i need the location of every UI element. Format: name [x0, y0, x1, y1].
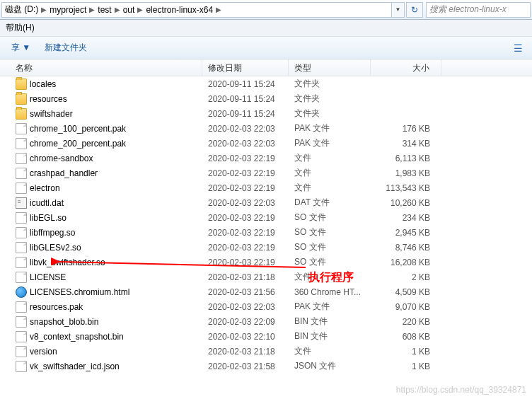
- file-row[interactable]: snapshot_blob.bin2020-02-03 22:09BIN 文件2…: [0, 314, 532, 329]
- file-name: libEGL.so: [30, 213, 66, 223]
- column-header-size[interactable]: 大小: [371, 59, 441, 76]
- share-button[interactable]: 享 ▼: [6, 39, 36, 57]
- file-type: 360 Chrome HT...: [289, 286, 371, 299]
- file-date: 2020-02-03 22:10: [202, 330, 289, 343]
- history-dropdown[interactable]: ▼: [392, 2, 405, 18]
- file-name: libGLESv2.so: [30, 243, 81, 253]
- file-date: 2020-02-03 21:56: [202, 286, 289, 299]
- file-icon: [16, 331, 27, 342]
- file-row[interactable]: vk_swiftshader_icd.json2020-02-03 21:58J…: [0, 359, 532, 374]
- file-type: BIN 文件: [289, 314, 371, 329]
- chevron-right-icon: ▶: [38, 6, 50, 13]
- file-row[interactable]: version2020-02-03 21:18文件1 KB: [0, 344, 532, 359]
- file-name: v8_context_snapshot.bin: [30, 332, 124, 342]
- view-options-button[interactable]: ☰: [509, 40, 526, 57]
- file-row[interactable]: crashpad_handler2020-02-03 22:19文件1,983 …: [0, 166, 532, 180]
- new-folder-button[interactable]: 新建文件夹: [39, 39, 93, 57]
- toolbar: 享 ▼ 新建文件夹 ☰: [0, 37, 532, 59]
- file-size: [371, 112, 441, 115]
- column-header-type[interactable]: 类型: [289, 59, 371, 76]
- file-size: 113,543 KB: [371, 182, 441, 195]
- file-icon: [16, 316, 27, 328]
- file-size: 16,208 KB: [371, 256, 441, 269]
- refresh-button[interactable]: ↻: [406, 2, 423, 18]
- file-size: 4,509 KB: [371, 286, 441, 299]
- file-name: version: [30, 347, 57, 357]
- chevron-right-icon: ▶: [213, 6, 224, 13]
- column-header-date[interactable]: 修改日期: [202, 59, 289, 76]
- file-date: 2020-02-03 21:58: [202, 360, 289, 373]
- file-type: SO 文件: [289, 210, 371, 225]
- file-row[interactable]: electron2020-02-03 22:19文件113,543 KB: [0, 180, 532, 195]
- breadcrumb[interactable]: 磁盘 (D:) ▶ myproject ▶ test ▶ out ▶ elect…: [1, 2, 392, 18]
- file-row[interactable]: resources2020-09-11 15:24文件夹: [0, 91, 532, 106]
- file-date: 2020-02-03 21:18: [202, 345, 289, 358]
- file-list: locales2020-09-11 15:24文件夹resources2020-…: [0, 76, 532, 374]
- file-type: 文件夹: [289, 91, 371, 106]
- html-icon: [16, 287, 27, 298]
- file-icon: [16, 257, 27, 268]
- breadcrumb-segment[interactable]: out: [123, 5, 135, 15]
- file-size: 234 KB: [371, 212, 441, 224]
- file-row[interactable]: LICENSES.chromium.html2020-02-03 21:5636…: [0, 284, 532, 299]
- column-headers: 名称 修改日期 类型 大小: [0, 59, 532, 76]
- breadcrumb-segment[interactable]: myproject: [50, 5, 86, 15]
- file-row[interactable]: locales2020-09-11 15:24文件夹: [0, 76, 532, 91]
- file-type: 文件: [289, 180, 371, 195]
- file-icon: [16, 153, 27, 164]
- view-icon: ☰: [514, 42, 523, 54]
- file-size: 176 KB: [371, 122, 441, 135]
- file-icon: [16, 183, 27, 194]
- file-name: resources: [30, 94, 67, 104]
- file-date: 2020-02-03 22:19: [202, 167, 289, 180]
- file-date: 2020-02-03 22:19: [202, 182, 289, 195]
- column-header-name[interactable]: 名称: [0, 59, 202, 76]
- file-date: 2020-02-03 22:03: [202, 301, 289, 313]
- file-row[interactable]: libEGL.so2020-02-03 22:19SO 文件234 KB: [0, 210, 532, 225]
- folder-icon: [16, 108, 27, 120]
- file-icon: [16, 346, 27, 357]
- file-row[interactable]: libvk_swiftshader.so2020-02-03 22:19SO 文…: [0, 255, 532, 270]
- folder-icon: [16, 79, 27, 90]
- file-icon: [16, 242, 27, 253]
- file-date: 2020-02-03 22:03: [202, 137, 289, 150]
- file-name: vk_swiftshader_icd.json: [30, 362, 120, 371]
- file-type: JSON 文件: [289, 359, 371, 374]
- menu-help[interactable]: 帮助(H): [6, 22, 35, 34]
- search-input[interactable]: 搜索 electron-linux-x: [426, 2, 531, 18]
- file-type: PAK 文件: [289, 299, 371, 314]
- file-row[interactable]: icudtl.dat2020-02-03 22:03DAT 文件10,260 K…: [0, 195, 532, 210]
- file-icon: [16, 301, 27, 313]
- file-row[interactable]: chrome_200_percent.pak2020-02-03 22:03PA…: [0, 136, 532, 151]
- file-size: 1 KB: [371, 345, 441, 358]
- file-name: icudtl.dat: [30, 198, 64, 208]
- file-row[interactable]: v8_context_snapshot.bin2020-02-03 22:10B…: [0, 329, 532, 344]
- chevron-right-icon: ▶: [86, 6, 98, 13]
- file-row[interactable]: libGLESv2.so2020-02-03 22:19SO 文件8,746 K…: [0, 240, 532, 255]
- file-date: 2020-02-03 21:18: [202, 271, 289, 284]
- file-type: 文件: [289, 151, 371, 166]
- file-row[interactable]: chrome-sandbox2020-02-03 22:19文件6,113 KB: [0, 151, 532, 166]
- file-name: chrome_100_percent.pak: [30, 124, 126, 134]
- file-type: BIN 文件: [289, 329, 371, 344]
- file-size: 9,070 KB: [371, 301, 441, 313]
- file-row[interactable]: swiftshader2020-09-11 15:24文件夹: [0, 106, 532, 121]
- file-row[interactable]: resources.pak2020-02-03 22:03PAK 文件9,070…: [0, 299, 532, 314]
- file-type: 文件夹: [289, 106, 371, 121]
- breadcrumb-segment[interactable]: test: [98, 5, 111, 15]
- file-row[interactable]: libffmpeg.so2020-02-03 22:19SO 文件2,945 K…: [0, 225, 532, 240]
- file-size: 2,945 KB: [371, 226, 441, 239]
- breadcrumb-segment[interactable]: electron-linux-x64: [146, 5, 213, 15]
- file-type: 文件: [289, 344, 371, 359]
- file-type: PAK 文件: [289, 121, 371, 136]
- file-row[interactable]: LICENSE2020-02-03 21:18文件2 KB: [0, 270, 532, 284]
- menu-bar: 帮助(H): [0, 20, 532, 37]
- file-type: 文件: [289, 166, 371, 180]
- file-type: SO 文件: [289, 240, 371, 255]
- file-type: PAK 文件: [289, 136, 371, 151]
- file-date: 2020-09-11 15:24: [202, 78, 289, 91]
- breadcrumb-disk[interactable]: 磁盘 (D:): [5, 4, 38, 16]
- file-size: 2 KB: [371, 271, 441, 284]
- file-row[interactable]: chrome_100_percent.pak2020-02-03 22:03PA…: [0, 121, 532, 136]
- file-icon: [16, 138, 27, 149]
